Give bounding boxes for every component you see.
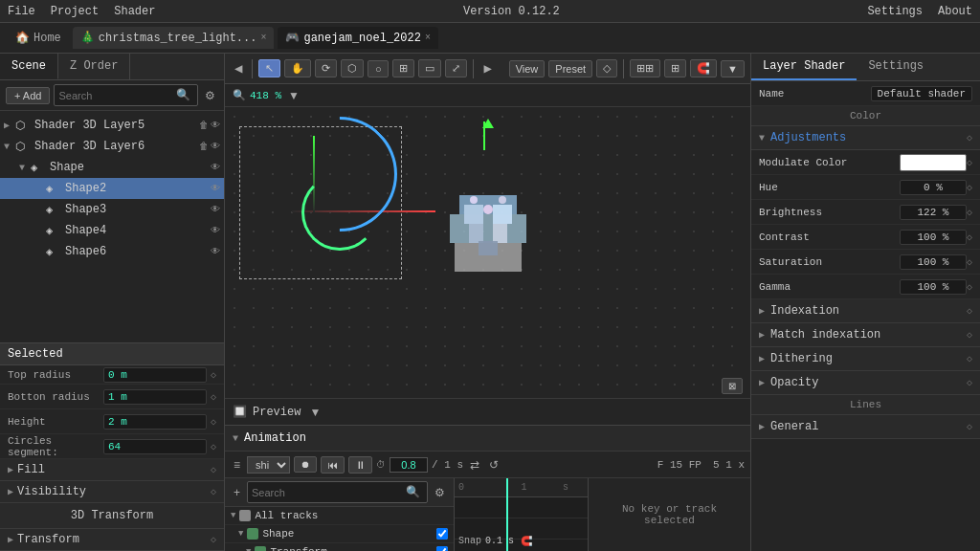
snap-icon-btn[interactable]: 🧲 [518, 535, 535, 547]
indexation-key-icon[interactable]: ◇ [967, 305, 972, 317]
anim-start-btn[interactable]: ⏮ [321, 456, 345, 474]
magnet-btn[interactable]: 🧲 [690, 59, 717, 77]
prop-value-circles[interactable]: 64 [103, 439, 207, 454]
delete-icon-layer6[interactable]: 🗑 [199, 141, 209, 152]
prop-saturation-value[interactable]: 100 % [900, 254, 967, 270]
key-icon-btn[interactable]: ◇ [596, 59, 617, 77]
brightness-key-icon[interactable]: ◇ [967, 207, 972, 218]
anim-refresh-btn[interactable]: ↺ [486, 457, 501, 473]
menu-file[interactable]: File [8, 5, 35, 18]
match-indexation-key-icon[interactable]: ◇ [967, 329, 972, 341]
scene-search-input[interactable] [58, 90, 173, 101]
dithering-key-icon[interactable]: ◇ [967, 353, 972, 364]
prop-hue-value[interactable]: 0 % [900, 180, 967, 195]
grid-align-btn[interactable]: ⊞⊞ [630, 59, 660, 77]
search-icon[interactable]: 🔍 [173, 87, 193, 103]
accordion-dithering[interactable]: ▶ Dithering ◇ [751, 347, 980, 371]
track-transform-checkbox[interactable] [436, 546, 448, 551]
track-shape[interactable]: ▼ Shape [225, 525, 454, 543]
tool-transform[interactable]: ⤢ [445, 59, 467, 77]
vis-icon-shape4[interactable]: 👁 [211, 225, 220, 236]
section-transform[interactable]: ▶ Transform ◇ [0, 529, 224, 551]
anim-play-btn[interactable]: ⏸ [348, 456, 372, 474]
right-tab-settings[interactable]: Settings [857, 54, 935, 80]
tool-mesh[interactable]: ⬡ [341, 59, 364, 77]
track-filter-icon[interactable]: ⚙ [432, 485, 448, 500]
contrast-key-icon[interactable]: ◇ [967, 231, 972, 243]
vis-icon-layer6[interactable]: 👁 [211, 141, 220, 152]
tool-circle[interactable]: ○ [368, 60, 389, 77]
tab1-close[interactable]: × [260, 33, 266, 43]
accordion-opacity[interactable]: ▶ Opacity ◇ [751, 371, 980, 395]
track-transform[interactable]: ▼ Transform [225, 543, 454, 551]
section-visibility[interactable]: ▶ Visibility ◇ [0, 481, 224, 503]
anim-rec-btn[interactable]: ⏺ [294, 456, 317, 473]
tool-select[interactable]: ↖ [258, 59, 280, 77]
key-top-radius[interactable]: ◇ [211, 369, 216, 381]
tab-scene[interactable]: Scene [0, 54, 58, 79]
anim-track-select[interactable]: shi [247, 456, 290, 474]
key-transform[interactable]: ◇ [211, 534, 216, 545]
vis-icon-layer5[interactable]: 👁 [211, 120, 220, 131]
adjustments-key-icon[interactable]: ◇ [967, 132, 972, 143]
vis-icon-shape[interactable]: 👁 [211, 162, 220, 173]
delete-icon-layer5[interactable]: 🗑 [199, 120, 209, 131]
modulate-color-box[interactable] [900, 154, 967, 171]
anim-timeline[interactable]: 0 1 s Snap 0.1 s 🧲 [455, 478, 588, 551]
right-tab-layer-shader[interactable]: Layer Shader [751, 54, 857, 80]
prop-brightness-value[interactable]: 122 % [900, 205, 967, 220]
tab-zorder[interactable]: Z Order [58, 54, 130, 79]
saturation-key-icon[interactable]: ◇ [967, 256, 972, 268]
prop-contrast-value[interactable]: 100 % [900, 230, 967, 245]
vp-right-arrow[interactable]: ▶ [479, 60, 495, 77]
grid-btn[interactable]: ⊞ [664, 59, 686, 77]
track-search-icon[interactable]: 🔍 [403, 484, 423, 500]
menu-about[interactable]: About [938, 5, 972, 18]
zoom-dropdown[interactable]: ▼ [285, 88, 302, 103]
gamma-key-icon[interactable]: ◇ [967, 281, 972, 293]
key-circles[interactable]: ◇ [211, 441, 216, 452]
anim-time-input[interactable]: 0.8 [390, 457, 428, 473]
section-fill[interactable]: ▶ Fill ◇ [0, 459, 224, 481]
preset-button[interactable]: Preset [548, 60, 592, 77]
tool-hand[interactable]: ✋ [284, 59, 311, 77]
overlay-icon-btn[interactable]: ⊠ [722, 378, 743, 394]
tab-home[interactable]: 🏠 🏠 Home Home [8, 27, 69, 49]
prop-value-height[interactable]: 2 m [103, 414, 207, 430]
track-search-input[interactable] [252, 487, 403, 498]
track-all[interactable]: ▼ All tracks [225, 507, 454, 525]
opacity-key-icon[interactable]: ◇ [967, 377, 972, 388]
menu-shader[interactable]: Shader [114, 5, 155, 18]
tree-node-shape4[interactable]: ◈ Shape4 👁 [0, 220, 224, 241]
general-key-icon[interactable]: ◇ [967, 421, 972, 432]
zoom-value[interactable]: 418 % [250, 90, 281, 101]
modulate-key-icon[interactable]: ◇ [967, 157, 972, 168]
preview-expand-btn[interactable]: ▼ [306, 405, 323, 420]
tab2-close[interactable]: × [425, 33, 431, 43]
accordion-indexation[interactable]: ▶ Indexation ◇ [751, 299, 980, 323]
track-add-btn[interactable]: + [231, 485, 243, 500]
key-height[interactable]: ◇ [211, 416, 216, 428]
view-button[interactable]: View [509, 60, 546, 77]
filter-icon[interactable]: ⚙ [202, 88, 218, 103]
vis-icon-shape2[interactable]: 👁 [211, 183, 220, 194]
add-button[interactable]: + Add [6, 87, 50, 104]
vis-icon-shape3[interactable]: 👁 [211, 204, 220, 215]
key-visibility[interactable]: ◇ [211, 486, 216, 497]
key-fill[interactable]: ◇ [211, 464, 216, 475]
viewport-area[interactable]: ⊠ [225, 107, 750, 398]
tool-rect[interactable]: ▭ [418, 59, 441, 77]
tree-node-shape6[interactable]: ◈ Shape6 👁 [0, 241, 224, 262]
prop-name-value[interactable]: Default shader [871, 86, 972, 101]
timeline-cursor[interactable] [506, 478, 508, 551]
vp-left-arrow[interactable]: ◀ [231, 60, 246, 77]
tree-node-shape3[interactable]: ◈ Shape3 👁 [0, 199, 224, 220]
tree-node-shape[interactable]: ▼ ◈ Shape 👁 [0, 157, 224, 178]
tab-christmas-tree[interactable]: 🎄 christmas_tree_light... × [73, 27, 275, 49]
tree-node-layer6[interactable]: ▼ ⬡ Shader 3D Layer6 🗑 👁 [0, 136, 224, 157]
accordion-adjustments[interactable]: ▼ Adjustments ◇ [751, 126, 980, 150]
track-shape-checkbox[interactable] [436, 528, 448, 540]
tool-rotate[interactable]: ⟳ [315, 59, 337, 77]
menu-project[interactable]: Project [51, 5, 99, 18]
tool-bone[interactable]: ⊞ [392, 59, 414, 77]
